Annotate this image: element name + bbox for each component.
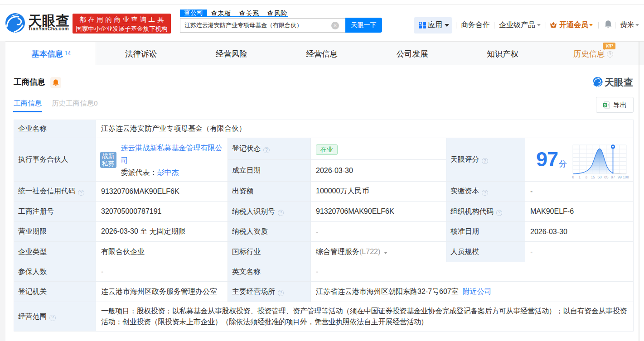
svg-text:97: 97 <box>611 175 615 179</box>
svg-text:天眼查: 天眼查 <box>604 77 633 87</box>
svg-text:3: 3 <box>585 175 587 179</box>
svg-text:99: 99 <box>618 175 622 179</box>
svg-text:85: 85 <box>604 175 609 179</box>
svg-text:0: 0 <box>572 175 574 179</box>
svg-text:100: 100 <box>623 175 629 179</box>
svg-text:50: 50 <box>597 175 602 179</box>
svg-text:15: 15 <box>591 175 596 179</box>
svg-text:1: 1 <box>578 175 581 179</box>
